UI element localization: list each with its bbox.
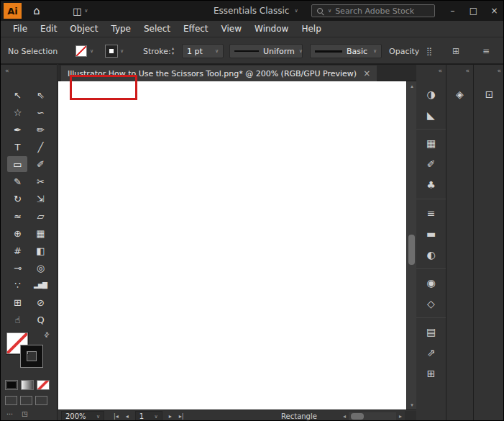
opacity-label[interactable]: Opacity	[389, 47, 419, 56]
dots-grid-icon[interactable]: ⣿	[426, 47, 432, 56]
last-artboard-button[interactable]: ▸|	[175, 413, 188, 420]
scroll-up-icon[interactable]: ▴	[407, 81, 417, 91]
close-button[interactable]: ×	[484, 1, 504, 21]
next-artboard-button[interactable]: ▸	[165, 413, 175, 420]
vertical-scroll-thumb[interactable]	[408, 235, 415, 265]
graphic-styles-panel-icon[interactable]: ◇	[421, 294, 442, 313]
scroll-down-icon[interactable]: ▾	[407, 400, 417, 409]
tab-close-icon[interactable]: ×	[363, 68, 370, 78]
menu-window[interactable]: Window	[248, 21, 295, 37]
color-button[interactable]	[5, 380, 18, 390]
menu-help[interactable]: Help	[295, 21, 327, 37]
previous-artboard-button[interactable]: ◂	[122, 413, 132, 420]
maximize-button[interactable]: □	[463, 1, 484, 21]
tool-rectangle[interactable]: ▭	[7, 156, 27, 172]
tool-direct-selection[interactable]: ⇖	[30, 87, 50, 103]
tool-shape-builder[interactable]: ⊕	[7, 225, 27, 241]
tool-column-graph[interactable]: ▂▅▇	[30, 277, 50, 293]
tool-magic-wand[interactable]: ☆	[7, 104, 27, 120]
tool-selection[interactable]: ↖	[7, 87, 27, 103]
draw-behind-button[interactable]	[20, 396, 32, 405]
menu-type[interactable]: Type	[104, 21, 137, 37]
stroke-chip[interactable]	[21, 345, 42, 367]
tool-pen[interactable]: ✒	[7, 122, 27, 137]
draw-inside-button[interactable]	[35, 396, 47, 405]
tool-curvature[interactable]: ✏	[30, 122, 50, 137]
menu-select[interactable]: Select	[137, 21, 177, 37]
color-guide-panel-icon[interactable]: ◣	[421, 106, 442, 125]
brush-definition-combo[interactable]: Basic ∨	[310, 44, 382, 58]
minimize-button[interactable]: –	[442, 1, 463, 21]
workspace-switcher[interactable]: Essentials Classic ∨	[214, 1, 298, 21]
layers-panel-icon[interactable]: ▤	[421, 322, 442, 341]
artboard-number-combo[interactable]: 1 ∨	[135, 411, 162, 421]
scroll-left-icon[interactable]: ◂	[340, 413, 349, 420]
menu-object[interactable]: Object	[63, 21, 104, 37]
swap-fill-stroke-icon[interactable]: ⇄	[42, 330, 51, 339]
tool-lasso[interactable]: ∽	[30, 104, 50, 120]
dock-collapse-icon[interactable]: «	[438, 67, 442, 76]
home-button[interactable]: ⌂	[27, 1, 47, 21]
dock-collapse-icon[interactable]: «	[497, 67, 501, 76]
tool-scissors[interactable]: ✂	[30, 173, 50, 189]
tool-zoom[interactable]: Q	[30, 312, 50, 327]
scroll-right-icon[interactable]: ▸	[396, 413, 405, 420]
tool-paintbrush[interactable]: ✐	[30, 156, 50, 172]
color-panel-icon[interactable]: ◑	[421, 85, 442, 104]
zoom-level-combo[interactable]: 200% ∨	[61, 411, 104, 421]
tool-shaper[interactable]: ✎	[7, 173, 27, 189]
tool-perspective-grid[interactable]: ▦	[30, 225, 50, 241]
appearance-panel-icon[interactable]: ◉	[421, 273, 442, 292]
menu-file[interactable]: File	[6, 21, 34, 37]
tool-symbol-sprayer[interactable]: ∵	[7, 277, 27, 293]
tool-slice[interactable]: ⊘	[30, 294, 50, 310]
vertical-scrollbar[interactable]: ▴ ▾	[406, 81, 416, 409]
menu-view[interactable]: View	[215, 21, 248, 37]
stroke-label[interactable]: Stroke:	[143, 47, 171, 56]
tool-blend[interactable]: ◎	[30, 260, 50, 276]
draw-normal-button[interactable]	[5, 396, 17, 405]
stroke-weight-stepper[interactable]: ▴ ▾	[172, 46, 174, 55]
variable-width-profile-combo[interactable]: Uniform ∨	[229, 44, 303, 58]
horizontal-scroll-thumb[interactable]	[351, 413, 364, 420]
tool-width[interactable]: ≈	[7, 208, 27, 224]
tool-eyedropper[interactable]: ⊸	[7, 260, 27, 276]
artboard-canvas[interactable]: ▴ ▾	[58, 81, 416, 409]
search-adobe-stock-input[interactable]: ∨ Search Adobe Stock	[311, 4, 435, 17]
tool-mesh[interactable]: #	[7, 243, 27, 258]
horizontal-scroll-track[interactable]	[349, 412, 396, 420]
edit-toolbar-icon[interactable]: ⋯	[6, 410, 13, 417]
stroke-panel-icon[interactable]: ≡	[421, 204, 442, 222]
symbols-panel-icon[interactable]: ♣	[421, 176, 442, 194]
tool-type[interactable]: T	[7, 139, 27, 155]
stroke-weight-combo[interactable]: 1 pt ∨	[182, 44, 224, 58]
tool-hand[interactable]: ☝	[7, 312, 27, 327]
properties-panel-icon[interactable]: ◈	[449, 85, 471, 104]
transparency-panel-icon[interactable]: ◐	[421, 245, 442, 264]
tool-line-segment[interactable]: ╱	[30, 139, 50, 155]
panel-menu-icon[interactable]: ≡	[482, 46, 490, 56]
menu-edit[interactable]: Edit	[34, 21, 63, 37]
stroke-color-control[interactable]: ∨	[106, 45, 124, 57]
document-tab[interactable]: Illustrator How to Use the Scissors Tool…	[61, 65, 377, 81]
brushes-panel-icon[interactable]: ✐	[421, 155, 442, 173]
first-artboard-button[interactable]: |◂	[110, 413, 122, 420]
horizontal-scrollbar[interactable]: ◂ ▸	[340, 412, 405, 421]
artboards-panel-icon[interactable]: ⊞	[421, 364, 442, 383]
dock-collapse-icon[interactable]: «	[465, 67, 469, 76]
libraries-panel-icon[interactable]: ⊡	[479, 85, 500, 104]
menu-effect[interactable]: Effect	[177, 21, 215, 37]
tool-artboard[interactable]: ⊞	[7, 294, 27, 310]
none-button[interactable]	[37, 380, 50, 390]
tool-scale[interactable]: ⇲	[30, 191, 50, 207]
gradient-panel-icon[interactable]: ▬	[421, 225, 442, 243]
tool-free-transform[interactable]: ▱	[30, 208, 50, 224]
asset-export-panel-icon[interactable]: ⇗	[421, 343, 442, 362]
fill-color-control[interactable]: ∨	[75, 45, 93, 57]
document-setup-icon[interactable]: ⊞	[452, 46, 459, 56]
gradient-button[interactable]	[21, 380, 34, 390]
swatches-panel-icon[interactable]: ▦	[421, 134, 442, 153]
screen-mode-icon[interactable]: ◳	[22, 410, 28, 417]
tool-rotate[interactable]: ↻	[7, 191, 27, 207]
tools-collapse-icon[interactable]: «	[1, 65, 57, 74]
